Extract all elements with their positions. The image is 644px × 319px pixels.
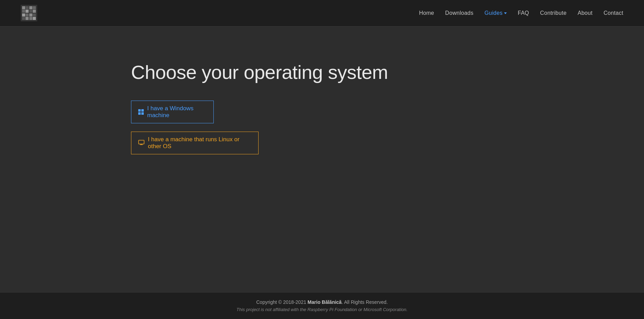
- svg-rect-8: [33, 10, 36, 13]
- nav-guides[interactable]: Guides: [484, 10, 507, 16]
- svg-rect-1: [22, 6, 25, 9]
- logo-icon: [21, 5, 37, 21]
- logo[interactable]: [21, 5, 37, 21]
- os-button-group: I have a Windows machine I have a machin…: [131, 101, 644, 154]
- nav-contact[interactable]: Contact: [604, 10, 623, 16]
- svg-rect-7: [29, 10, 32, 13]
- footer: Copyright © 2018-2021 Mario Bălănică. Al…: [0, 292, 644, 319]
- svg-rect-13: [22, 17, 25, 20]
- nav-contribute[interactable]: Contribute: [540, 10, 567, 16]
- svg-rect-16: [33, 17, 36, 20]
- linux-button[interactable]: I have a machine that runs Linux or othe…: [131, 132, 259, 154]
- svg-rect-10: [26, 13, 29, 17]
- monitor-icon: [138, 140, 144, 146]
- nav-links: Home Downloads Guides FAQ Contribute Abo…: [419, 10, 623, 16]
- svg-rect-9: [22, 13, 25, 17]
- footer-disclaimer: This project is not affiliated with the …: [0, 307, 644, 312]
- svg-rect-17: [139, 140, 144, 144]
- svg-rect-3: [29, 6, 32, 9]
- page-title: Choose your operating system: [131, 61, 644, 83]
- svg-rect-6: [26, 10, 29, 13]
- svg-rect-11: [29, 13, 32, 17]
- footer-copyright: Copyright © 2018-2021 Mario Bălănică. Al…: [0, 299, 644, 305]
- svg-rect-4: [33, 6, 36, 9]
- nav-downloads[interactable]: Downloads: [445, 10, 473, 16]
- windows-button[interactable]: I have a Windows machine: [131, 101, 214, 123]
- svg-rect-12: [33, 13, 36, 17]
- nav-about[interactable]: About: [577, 10, 592, 16]
- navbar: Home Downloads Guides FAQ Contribute Abo…: [0, 0, 644, 27]
- nav-home[interactable]: Home: [419, 10, 434, 16]
- nav-faq[interactable]: FAQ: [518, 10, 529, 16]
- main-content: Choose your operating system I have a Wi…: [0, 27, 644, 292]
- svg-rect-14: [26, 17, 29, 20]
- chevron-down-icon: [504, 12, 507, 14]
- svg-rect-2: [26, 6, 29, 9]
- windows-icon: [138, 109, 144, 115]
- svg-rect-15: [29, 17, 32, 20]
- svg-rect-5: [22, 10, 25, 13]
